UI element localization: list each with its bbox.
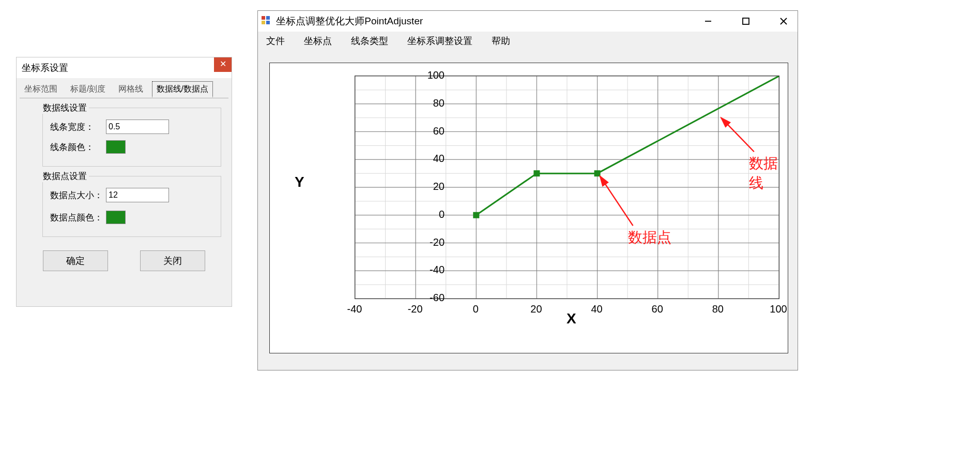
svg-rect-1	[266, 16, 270, 20]
svg-rect-58	[533, 170, 540, 176]
tab-data[interactable]: 数据线/数据点	[152, 81, 213, 97]
menu-point[interactable]: 坐标点	[304, 36, 332, 46]
chart-panel: Y X -60-40-20020406080100-40-20020406080…	[269, 63, 788, 353]
svg-rect-3	[266, 21, 270, 24]
y-tick: 100	[341, 69, 445, 81]
x-tick: 40	[591, 303, 602, 315]
ok-button[interactable]: 确定	[43, 250, 108, 271]
menubar: 文件 坐标点 线条类型 坐标系调整设置 帮助	[258, 32, 798, 50]
tab-body: 数据线设置 线条宽度： 线条颜色： 数据点设置 数据点大小： 数据点颜色： 确定	[27, 108, 221, 271]
dialog-title: 坐标系设置 ✕	[17, 57, 232, 78]
x-tick: -20	[408, 303, 423, 315]
window-title-text: 坐标点调整优化大师PointAdjuster	[276, 16, 423, 26]
x-tick: 80	[712, 303, 724, 315]
app-icon	[261, 11, 270, 32]
tab-bar: 坐标范围 标题/刻度 网格线 数据线/数据点	[20, 81, 228, 98]
svg-rect-2	[262, 21, 265, 24]
point-color-swatch[interactable]	[106, 211, 126, 224]
svg-rect-5	[743, 18, 749, 24]
main-window: 坐标点调整优化大师PointAdjuster 文件 坐标点 线条类型 坐标系调整…	[257, 10, 798, 370]
x-tick: -40	[347, 303, 362, 315]
minimize-icon[interactable]	[699, 15, 717, 27]
point-size-input[interactable]	[106, 188, 169, 202]
x-tick: 20	[530, 303, 542, 315]
line-width-input[interactable]	[106, 120, 169, 134]
group-point-title: 数据点设置	[41, 170, 89, 182]
dialog-title-text: 坐标系设置	[22, 63, 68, 73]
x-tick: 100	[770, 303, 787, 315]
tab-range[interactable]: 坐标范围	[20, 81, 62, 97]
y-axis-label: Y	[295, 174, 304, 190]
y-tick: 60	[341, 125, 445, 137]
svg-rect-0	[262, 16, 265, 20]
group-line-title: 数据线设置	[41, 102, 89, 114]
y-tick: 40	[341, 153, 445, 165]
line-color-label: 线条颜色：	[50, 141, 106, 153]
point-color-label: 数据点颜色：	[50, 212, 106, 224]
maximize-icon[interactable]	[737, 15, 755, 27]
menu-axes[interactable]: 坐标系调整设置	[407, 36, 472, 46]
close-icon[interactable]: ✕	[214, 57, 232, 72]
point-size-label: 数据点大小：	[50, 189, 106, 201]
menu-line[interactable]: 线条类型	[351, 36, 388, 46]
x-tick: 0	[473, 303, 479, 315]
window-close-icon[interactable]	[775, 15, 792, 27]
svg-rect-59	[594, 170, 601, 176]
axis-settings-dialog: 坐标系设置 ✕ 坐标范围 标题/刻度 网格线 数据线/数据点 数据线设置 线条宽…	[16, 57, 232, 307]
tab-grid[interactable]: 网格线	[114, 81, 148, 97]
line-color-swatch[interactable]	[106, 140, 126, 154]
x-tick: 60	[652, 303, 663, 315]
line-width-label: 线条宽度：	[50, 121, 106, 133]
y-tick: 80	[341, 97, 445, 109]
svg-rect-57	[473, 212, 479, 218]
group-line: 数据线设置 线条宽度： 线条颜色：	[42, 108, 221, 167]
menu-help[interactable]: 帮助	[492, 36, 510, 46]
x-axis-label: X	[566, 310, 576, 327]
y-tick: 20	[341, 181, 445, 192]
tab-title[interactable]: 标题/刻度	[66, 81, 110, 97]
y-tick: -60	[341, 292, 445, 304]
menu-file[interactable]: 文件	[266, 36, 285, 46]
window-title: 坐标点调整优化大师PointAdjuster	[258, 11, 798, 32]
y-tick: -40	[341, 264, 445, 276]
close-button[interactable]: 关闭	[140, 250, 205, 271]
group-point: 数据点设置 数据点大小： 数据点颜色：	[42, 176, 221, 237]
y-tick: 0	[341, 209, 445, 220]
window-controls	[699, 11, 792, 32]
y-tick: -20	[341, 236, 445, 248]
